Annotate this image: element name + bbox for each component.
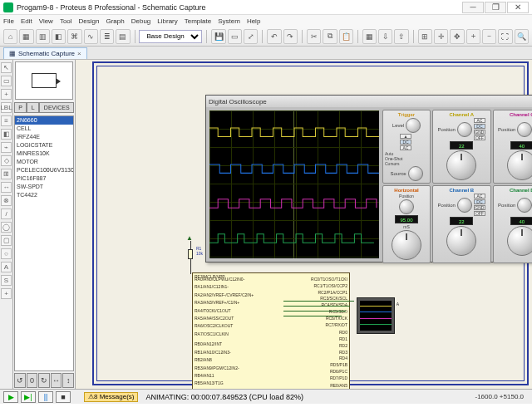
trig-coupling-ac[interactable]: AC — [400, 145, 411, 150]
tb-zoomsheet-icon[interactable]: ⤢ — [244, 29, 258, 44]
sim-pause-button[interactable]: || — [38, 391, 53, 403]
tb-sheet-icon[interactable]: ▭ — [228, 29, 242, 44]
tb-undo-icon[interactable]: ↶ — [267, 29, 281, 44]
tb-pan-icon[interactable]: ✥ — [450, 29, 464, 44]
chB-position-knob[interactable] — [457, 198, 472, 213]
pick-parts-button[interactable]: P — [14, 102, 27, 113]
sim-stop-button[interactable]: ■ — [56, 391, 71, 403]
list-item[interactable]: MINRES10K — [15, 150, 73, 158]
list-item[interactable]: LOGICSTATE — [15, 141, 73, 150]
tool-pin-icon[interactable]: ↔ — [1, 182, 12, 193]
tool-marker-icon[interactable]: + — [1, 288, 12, 299]
trig-coupling-dc[interactable]: DC — [400, 140, 411, 145]
menu-graph[interactable]: Graph — [106, 17, 124, 25]
horiz-timediv-knob[interactable] — [392, 230, 421, 260]
digital-oscilloscope-window[interactable]: Digital Oscilloscope ✕ — [205, 95, 532, 262]
list-item[interactable]: SW-SPDT — [15, 183, 73, 191]
tb-3d-icon[interactable]: ◧ — [52, 29, 66, 44]
tool-script-icon[interactable]: ≡ — [1, 115, 12, 126]
tb-import-icon[interactable]: ⇩ — [378, 29, 392, 44]
chA-vdiv-knob[interactable] — [446, 150, 476, 180]
schematic-canvas[interactable]: R110k ▲ RA0/AN0/ULPWU/C12IN0-RA1/AN1/C12… — [76, 60, 532, 389]
horiz-position-knob[interactable] — [399, 199, 414, 214]
tool-arc-icon[interactable]: ○ — [1, 248, 12, 259]
rotate-ccw-button[interactable]: ↺ — [14, 373, 26, 388]
list-item[interactable]: TC4422 — [15, 191, 73, 199]
list-item[interactable]: PIC16F887 — [15, 174, 73, 183]
chD-vdiv-knob[interactable] — [507, 226, 532, 256]
tb-graph-icon[interactable]: ∿ — [84, 29, 98, 44]
tb-paste-icon[interactable]: 📋 — [339, 29, 353, 44]
tab-close-icon[interactable]: × — [77, 50, 81, 57]
pick-libs-button[interactable]: L — [27, 102, 39, 113]
mirror-v-button[interactable]: ↕ — [62, 373, 74, 388]
tool-text-icon[interactable]: A — [1, 262, 12, 272]
tab-schematic-capture[interactable]: ▦ Schematic Capture × — [3, 47, 87, 59]
menu-design[interactable]: Design — [79, 17, 100, 25]
trigger-level-knob[interactable] — [406, 118, 421, 133]
list-item[interactable]: IRFZ44E — [15, 133, 73, 141]
chB-vdiv-knob[interactable] — [446, 226, 476, 256]
menu-template[interactable]: Template — [185, 17, 211, 25]
tb-origin-icon[interactable]: ✛ — [434, 29, 448, 44]
tool-subckt-icon[interactable]: ⌁ — [1, 142, 12, 153]
chD-position-knob[interactable] — [517, 198, 532, 213]
oscilloscope-instrument[interactable]: A — [357, 297, 395, 334]
tb-copy-icon[interactable]: ⧉ — [323, 29, 337, 44]
tool-select-icon[interactable]: ↖ — [1, 62, 12, 73]
window-min-button[interactable]: ─ — [462, 2, 484, 13]
tb-bom-icon[interactable]: ≣ — [100, 29, 114, 44]
tool-symbol-icon[interactable]: S — [1, 275, 12, 286]
menu-edit[interactable]: Edit — [21, 17, 32, 25]
list-item[interactable]: MOTOR — [15, 158, 73, 166]
tb-schematic-icon[interactable]: ▦ — [19, 29, 33, 44]
tool-terminal-icon[interactable]: ◇ — [1, 155, 12, 166]
window-max-button[interactable]: ❐ — [485, 2, 506, 13]
tb-grid-icon[interactable]: ⊞ — [418, 29, 432, 44]
tb-home-icon[interactable]: ⌂ — [3, 29, 17, 44]
tool-junction-icon[interactable]: + — [1, 89, 12, 100]
tb-cut-icon[interactable]: ✂ — [307, 29, 321, 44]
window-close-button[interactable]: ✕ — [507, 2, 529, 13]
menu-library[interactable]: Library — [157, 17, 177, 25]
rotate-cw-button[interactable]: ↻ — [38, 373, 50, 388]
list-item[interactable]: PCELEC100U6V3130M — [15, 166, 73, 174]
tb-zoomin-icon[interactable]: ＋ — [466, 29, 480, 44]
pic16f887-component[interactable]: RA0/AN0/ULPWU/C12IN0-RA1/AN1/C12IN1-RA2/… — [192, 272, 350, 389]
menu-tool[interactable]: Tool — [60, 17, 72, 25]
chC-vdiv-knob[interactable] — [507, 150, 532, 180]
tb-block-icon[interactable]: ▦ — [362, 29, 377, 44]
sim-step-button[interactable]: ▶| — [21, 391, 36, 403]
tool-box-icon[interactable]: ◯ — [1, 222, 12, 233]
tb-export-icon[interactable]: ⇧ — [394, 29, 408, 44]
tb-more-icon[interactable]: ▤ — [116, 29, 130, 44]
list-item[interactable]: CELL — [15, 125, 73, 133]
tool-bus-icon[interactable]: ◧ — [1, 129, 12, 140]
chC-position-knob[interactable] — [517, 122, 532, 137]
menu-help[interactable]: Help — [247, 17, 260, 25]
tb-code-icon[interactable]: ⌘ — [67, 29, 81, 44]
resistor-r1[interactable]: R110k — [188, 241, 195, 266]
devices-list[interactable]: 2N6660 CELL IRFZ44E LOGICSTATE MINRES10K… — [14, 115, 74, 371]
sim-play-button[interactable]: ▶ — [3, 391, 18, 403]
tb-redo-icon[interactable]: ↷ — [283, 29, 298, 44]
trig-edge-rise[interactable]: ▲ — [400, 134, 411, 139]
tb-save-icon[interactable]: 💾 — [211, 29, 225, 44]
chA-position-knob[interactable] — [457, 122, 472, 137]
tool-circle-icon[interactable]: ▢ — [1, 235, 12, 246]
tool-device-icon[interactable]: ⊞ — [1, 169, 12, 179]
menu-system[interactable]: System — [218, 17, 240, 25]
tb-pcb-icon[interactable]: ▥ — [36, 29, 50, 44]
trigger-source-knob[interactable] — [408, 166, 423, 181]
tb-zoomfit-icon[interactable]: ⛶ — [498, 29, 512, 44]
tool-component-icon[interactable]: ▭ — [1, 76, 12, 86]
osc-titlebar[interactable]: Digital Oscilloscope ✕ — [206, 96, 532, 107]
tb-zoomarea-icon[interactable]: 🔍 — [515, 29, 529, 44]
list-item[interactable]: 2N6660 — [15, 116, 73, 125]
mirror-h-button[interactable]: ↔ — [51, 373, 62, 388]
messages-button[interactable]: ⚠ 8 Message(s) — [84, 392, 138, 402]
tool-graph-icon[interactable]: ⊗ — [1, 195, 12, 206]
menu-file[interactable]: File — [3, 17, 14, 25]
tool-line-icon[interactable]: / — [1, 208, 12, 219]
tool-label-icon[interactable]: LBL — [1, 102, 12, 113]
